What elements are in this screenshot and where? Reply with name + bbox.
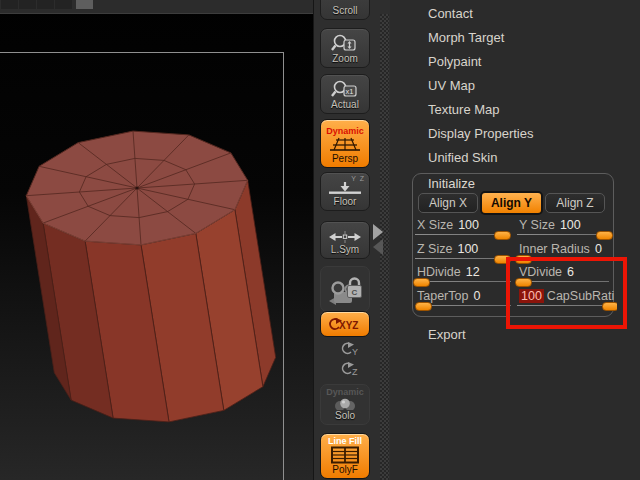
- tapertop-slider[interactable]: TaperTop0: [415, 289, 511, 311]
- zoom-button[interactable]: Zoom: [320, 28, 370, 68]
- canvas-tab[interactable]: [19, 0, 36, 9]
- floor-label: Floor: [334, 196, 357, 210]
- local-symmetry-icon: [327, 231, 363, 244]
- floor-icon: [327, 181, 363, 196]
- polyf-label: PolyF: [332, 464, 358, 478]
- rotate-y-icon: Y: [334, 341, 370, 357]
- rotate-z-icon: Z: [334, 361, 370, 377]
- tray-collapse-arrow-icon[interactable]: [373, 239, 383, 255]
- canvas-tab[interactable]: [1, 0, 18, 9]
- slider-handle: [413, 278, 430, 287]
- slider-handle: [415, 302, 432, 311]
- solo-spheres-icon: [329, 397, 361, 410]
- annotation-highlight-box: [506, 257, 627, 329]
- svg-text:x1: x1: [346, 87, 354, 96]
- svg-text:Z: Z: [352, 367, 358, 377]
- initialize-title[interactable]: Initialize: [428, 176, 475, 191]
- menu-item-unified-skin[interactable]: Unified Skin: [428, 150, 497, 166]
- persp-grid-icon: [328, 136, 362, 153]
- slider-handle: [596, 231, 613, 240]
- lsym-label: L.Sym: [331, 244, 359, 258]
- tool-subpalette: Contact Morph Target Polypaint UV Map Te…: [390, 0, 640, 480]
- zbrush-window: Scroll Zoom x1 Actual Dynamic: [0, 0, 640, 480]
- persp-label: Persp: [332, 153, 358, 167]
- z-size-slider[interactable]: Z Size100: [415, 242, 511, 264]
- polyf-button[interactable]: Line Fill PolyF: [320, 433, 370, 479]
- cylinder-model[interactable]: [0, 0, 313, 480]
- svg-text:C: C: [352, 288, 358, 297]
- hdivide-slider[interactable]: HDivide12: [415, 265, 511, 287]
- canvas-tab-active[interactable]: [76, 0, 93, 9]
- actual-button[interactable]: x1 Actual: [320, 74, 370, 114]
- scroll-label: Scroll: [332, 5, 357, 19]
- camera-lock-icon: C: [326, 275, 364, 307]
- menu-item-morph-target[interactable]: Morph Target: [428, 30, 504, 46]
- persp-button[interactable]: Dynamic Persp: [320, 119, 370, 168]
- align-y-button[interactable]: Align Y: [480, 191, 543, 215]
- menu-item-contact[interactable]: Contact: [428, 6, 473, 22]
- slider-handle: [494, 231, 511, 240]
- rotate-y-button[interactable]: Y: [334, 341, 370, 357]
- lock-camera-button[interactable]: C: [320, 266, 370, 312]
- solo-label: Solo: [335, 410, 355, 424]
- svg-text:Y: Y: [352, 347, 358, 357]
- svg-text:XYZ: XYZ: [339, 320, 358, 331]
- menu-item-uv-map[interactable]: UV Map: [428, 78, 475, 94]
- canvas-tab[interactable]: [55, 0, 72, 9]
- align-z-button[interactable]: Align Z: [545, 193, 605, 213]
- menu-item-polypaint[interactable]: Polypaint: [428, 54, 481, 70]
- solo-button[interactable]: Dynamic Solo: [320, 384, 370, 425]
- solo-dynamic-badge: Dynamic: [326, 385, 364, 397]
- menu-item-display-properties[interactable]: Display Properties: [428, 126, 534, 142]
- zoom-icon: [330, 33, 360, 53]
- document-canvas[interactable]: [0, 0, 314, 480]
- canvas-tab[interactable]: [37, 0, 54, 9]
- menu-item-export[interactable]: Export: [428, 327, 466, 343]
- menu-item-texture-map[interactable]: Texture Map: [428, 102, 500, 118]
- actual-label: Actual: [331, 99, 359, 113]
- align-x-button[interactable]: Align X: [418, 193, 478, 213]
- rotate-xyz-icon: XYZ: [326, 316, 364, 332]
- persp-dynamic-badge: Dynamic: [326, 124, 364, 136]
- tray-expand-arrow-icon[interactable]: [373, 224, 383, 240]
- x-size-slider[interactable]: X Size100: [415, 218, 511, 240]
- canvas-titlebar: [0, 0, 313, 14]
- lsym-button[interactable]: L.Sym: [320, 221, 370, 259]
- rotate-xyz-button[interactable]: XYZ: [320, 311, 370, 337]
- scroll-button[interactable]: Scroll: [320, 0, 370, 20]
- line-fill-badge: Line Fill: [328, 434, 362, 446]
- right-tray: Scroll Zoom x1 Actual Dynamic: [314, 0, 390, 480]
- floor-button[interactable]: Y Z Floor: [320, 172, 370, 211]
- y-size-slider[interactable]: Y Size100: [517, 218, 609, 240]
- rotate-z-button[interactable]: Z: [334, 361, 370, 377]
- actual-icon: x1: [330, 79, 360, 99]
- polyframe-grid-icon: [330, 446, 360, 464]
- zoom-label: Zoom: [332, 53, 358, 67]
- floor-axes-toggle[interactable]: Y Z: [351, 175, 365, 182]
